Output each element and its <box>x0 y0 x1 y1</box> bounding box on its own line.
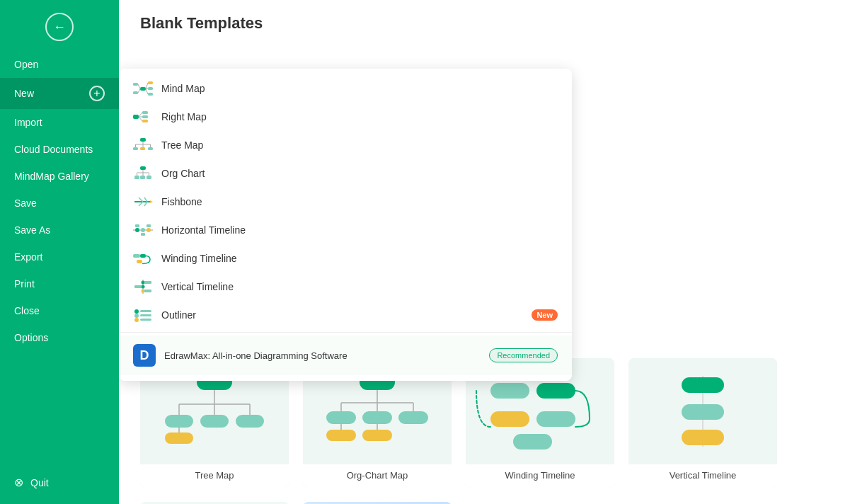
edrawmax-recommended-badge: Recommended <box>489 348 558 362</box>
svg-rect-69 <box>165 433 193 444</box>
sidebar-item-print[interactable]: Print <box>0 270 119 297</box>
sidebar-item-save[interactable]: Save <box>0 190 119 217</box>
menu-item-wtimeline[interactable]: Winding Timeline <box>119 244 572 273</box>
svg-rect-3 <box>148 81 153 84</box>
svg-rect-77 <box>326 411 356 424</box>
wtimeline-icon <box>133 251 153 265</box>
svg-rect-19 <box>133 147 138 150</box>
svg-rect-1 <box>133 83 138 86</box>
svg-rect-97 <box>682 430 724 445</box>
svg-line-8 <box>146 83 148 89</box>
tree-map-icon <box>133 138 153 152</box>
svg-rect-5 <box>148 93 153 96</box>
svg-rect-78 <box>362 411 392 424</box>
outliner-icon <box>133 308 153 322</box>
svg-rect-49 <box>133 254 140 258</box>
svg-point-43 <box>135 228 139 232</box>
svg-rect-28 <box>134 176 139 179</box>
mind-map-icon <box>133 81 153 96</box>
fishbone-icon <box>133 195 153 209</box>
svg-rect-13 <box>142 115 148 118</box>
svg-rect-18 <box>140 138 146 142</box>
sidebar-item-cloud[interactable]: Cloud Documents <box>0 136 119 163</box>
menu-label-fishbone: Fishbone <box>161 196 558 207</box>
main-content: Blank Templates Mind <box>119 0 867 504</box>
menu-item-outliner[interactable]: Outliner New <box>119 301 572 329</box>
svg-rect-68 <box>236 415 264 428</box>
svg-point-45 <box>147 228 151 232</box>
svg-rect-51 <box>137 260 142 263</box>
svg-rect-48 <box>147 224 151 227</box>
svg-rect-81 <box>362 430 392 441</box>
sidebar-item-open[interactable]: Open <box>0 51 119 78</box>
card-label-vertical: Vertical Timeline <box>628 464 777 488</box>
menu-item-right-map[interactable]: Right Map <box>119 103 572 131</box>
svg-line-7 <box>138 89 140 93</box>
svg-rect-29 <box>140 176 145 179</box>
svg-rect-20 <box>140 147 145 150</box>
svg-rect-80 <box>326 430 356 441</box>
card-label-org-chart: Org-Chart Map <box>303 464 452 488</box>
svg-point-61 <box>134 314 139 318</box>
svg-rect-46 <box>135 224 139 227</box>
svg-rect-64 <box>140 319 151 321</box>
menu-label-right-map: Right Map <box>161 111 558 122</box>
new-plus-icon[interactable]: + <box>89 86 105 101</box>
svg-rect-12 <box>142 111 148 114</box>
menu-item-org-chart[interactable]: Org Chart <box>119 159 572 188</box>
svg-point-54 <box>142 285 145 289</box>
menu-item-htimeline[interactable]: Horizontal Timeline <box>119 216 572 244</box>
vtimeline-icon <box>133 280 153 294</box>
svg-rect-66 <box>165 415 193 428</box>
outliner-new-badge: New <box>532 309 558 321</box>
sidebar-item-import[interactable]: Import <box>0 109 119 136</box>
sidebar-item-options[interactable]: Options <box>0 324 119 351</box>
svg-rect-96 <box>682 404 724 420</box>
svg-point-55 <box>142 290 145 293</box>
edrawmax-logo-icon: D <box>133 344 156 367</box>
svg-rect-90 <box>536 383 575 399</box>
menu-item-vtimeline[interactable]: Vertical Timeline <box>119 273 572 301</box>
menu-label-mind-map: Mind Map <box>161 83 558 94</box>
sidebar-item-close[interactable]: Close <box>0 297 119 324</box>
svg-rect-93 <box>513 434 552 449</box>
menu-label-htimeline: Horizontal Timeline <box>161 224 558 236</box>
menu-item-tree-map[interactable]: Tree Map <box>119 131 572 159</box>
sidebar-item-mindmap[interactable]: MindMap Gallery <box>0 163 119 190</box>
sidebar-item-saveas[interactable]: Save As <box>0 217 119 244</box>
svg-marker-41 <box>150 200 153 203</box>
svg-rect-91 <box>490 411 529 427</box>
dropdown-menu: Mind Map Right Map <box>119 69 572 381</box>
card-preview-vertical <box>628 358 777 464</box>
org-chart-icon <box>133 166 153 181</box>
htimeline-icon <box>133 223 153 237</box>
page-header: Blank Templates <box>119 0 867 40</box>
menu-label-wtimeline: Winding Timeline <box>161 253 558 264</box>
svg-rect-58 <box>144 290 151 292</box>
svg-rect-47 <box>141 233 145 236</box>
svg-rect-50 <box>140 254 146 258</box>
svg-rect-62 <box>140 314 151 316</box>
card-vertical-timeline[interactable]: Vertical Timeline <box>628 358 777 488</box>
svg-rect-92 <box>536 411 575 427</box>
svg-rect-60 <box>140 310 151 312</box>
card-label-winding: Winding Timeline <box>466 464 614 488</box>
menu-label-org-chart: Org Chart <box>161 168 558 179</box>
menu-label-edrawmax: EdrawMax: All-in-one Diagramming Softwar… <box>164 350 481 361</box>
menu-item-mind-map[interactable]: Mind Map <box>119 74 572 103</box>
menu-item-edrawmax[interactable]: D EdrawMax: All-in-one Diagramming Softw… <box>119 336 572 375</box>
menu-divider <box>119 332 572 333</box>
sidebar-item-export[interactable]: Export <box>0 244 119 270</box>
svg-line-17 <box>139 117 142 121</box>
right-map-icon <box>133 110 153 124</box>
menu-item-fishbone[interactable]: Fishbone <box>119 188 572 216</box>
svg-rect-27 <box>140 166 146 170</box>
sidebar-item-quit[interactable]: ⊗ Quit <box>0 468 119 497</box>
back-button[interactable]: ← <box>0 0 119 51</box>
sidebar-item-new[interactable]: New + <box>0 78 119 109</box>
svg-rect-95 <box>682 377 724 393</box>
menu-label-outliner: Outliner <box>161 309 523 321</box>
svg-rect-14 <box>142 120 148 122</box>
svg-line-6 <box>138 84 140 89</box>
svg-rect-79 <box>398 411 428 424</box>
